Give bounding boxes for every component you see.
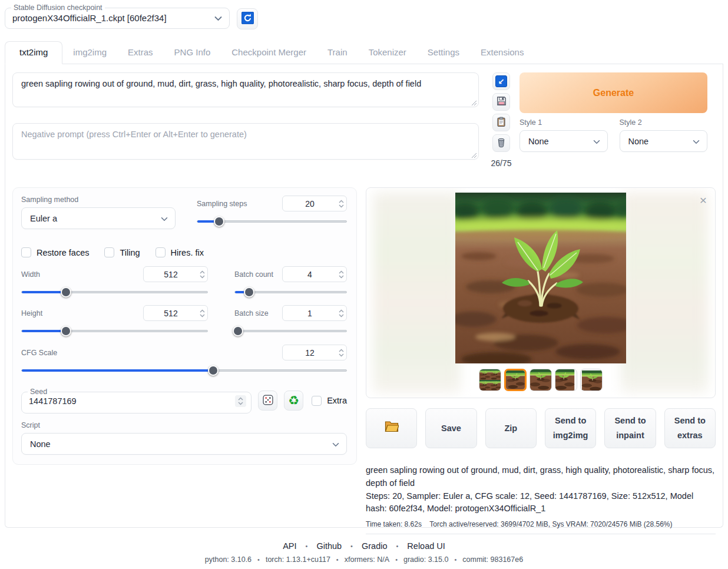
checkpoint-selector[interactable]: Stable Diffusion checkpoint protogenX34O… — [5, 4, 230, 29]
restore-faces-label: Restore faces — [37, 248, 89, 257]
stepper-icon[interactable] — [200, 267, 205, 282]
slider-handle[interactable] — [214, 216, 224, 227]
thumbnail[interactable] — [530, 369, 552, 391]
hires-fix-checkbox[interactable]: Hires. fix — [155, 247, 204, 257]
save-button[interactable]: Save — [425, 408, 476, 448]
height-input[interactable]: 512 — [143, 305, 208, 321]
restore-faces-checkbox[interactable]: Restore faces — [21, 247, 89, 257]
sampling-steps-input[interactable]: 20 — [282, 196, 347, 211]
slider-track — [21, 330, 208, 332]
checkbox-icon — [21, 247, 31, 257]
height-group: Height 512 — [21, 305, 208, 336]
stepper-icon[interactable] — [339, 196, 344, 211]
extra-seed-label: Extra — [327, 396, 347, 405]
prompt-textarea[interactable]: green sapling rowing out of ground, mud,… — [12, 72, 479, 107]
script-group: Script None — [21, 421, 347, 455]
cfg-scale-label: CFG Scale — [21, 349, 57, 357]
height-slider[interactable] — [21, 326, 208, 336]
slider-fill — [22, 369, 213, 372]
batch-count-slider[interactable] — [234, 287, 347, 297]
send-to-extras-button[interactable]: Send to extras — [664, 408, 716, 448]
send-to-img2img-button[interactable]: Send to img2img — [545, 408, 596, 448]
slider-handle[interactable] — [208, 365, 219, 376]
tiling-checkbox[interactable]: Tiling — [104, 247, 140, 257]
slider-handle[interactable] — [244, 287, 254, 297]
clipboard-icon — [496, 117, 507, 129]
batch-count-input[interactable]: 4 — [282, 266, 347, 282]
reload-ui-link[interactable]: Reload UI — [407, 541, 445, 551]
tab-settings[interactable]: Settings — [417, 42, 470, 64]
negative-prompt-textarea[interactable]: Negative prompt (press Ctrl+Enter or Alt… — [12, 123, 479, 160]
gallery-blur-left — [373, 193, 461, 393]
dice-icon — [262, 394, 274, 408]
batch-size-slider[interactable] — [234, 326, 347, 336]
width-input[interactable]: 512 — [143, 266, 208, 282]
slider-fill — [22, 330, 67, 332]
close-icon[interactable]: × — [700, 194, 707, 206]
send-to-inpaint-button[interactable]: Send to inpaint — [604, 408, 656, 448]
info-params-text: Steps: 20, Sampler: Euler a, CFG scale: … — [366, 490, 716, 516]
slider-handle[interactable] — [61, 287, 71, 297]
tab-txt2img[interactable]: txt2img — [5, 41, 62, 64]
checkbox-icon — [155, 247, 166, 257]
cfg-scale-slider[interactable] — [21, 365, 347, 376]
sampling-method-select[interactable]: Euler a — [21, 207, 176, 229]
tab-train[interactable]: Train — [317, 42, 358, 64]
bullet-separator: • — [395, 556, 398, 563]
extra-seed-checkbox[interactable]: Extra — [312, 396, 347, 406]
sampling-method-value: Euler a — [30, 214, 57, 223]
main-tabs: txt2img img2img Extras PNG Info Checkpoi… — [5, 41, 723, 64]
style2-select[interactable]: None — [620, 130, 708, 152]
open-folder-button[interactable] — [366, 408, 417, 448]
stepper-icon[interactable] — [339, 267, 344, 282]
batch-size-input[interactable]: 1 — [282, 305, 347, 321]
tab-img2img[interactable]: img2img — [62, 42, 117, 64]
resize-grip-icon[interactable] — [471, 151, 477, 157]
thumbnail[interactable] — [555, 369, 577, 391]
cfg-scale-input[interactable]: 12 — [282, 345, 347, 360]
chevron-down-icon — [161, 214, 168, 223]
style1-label: Style 1 — [519, 118, 608, 127]
tab-png-info[interactable]: PNG Info — [164, 42, 221, 64]
tab-extensions[interactable]: Extensions — [470, 42, 534, 64]
sampling-method-label: Sampling method — [21, 196, 176, 204]
seed-field[interactable]: Seed 1441787169 — [21, 388, 252, 413]
stepper-icon[interactable] — [339, 306, 344, 320]
thumbnail-selected[interactable] — [504, 369, 527, 391]
generate-button[interactable]: Generate — [519, 72, 707, 113]
save-style-button[interactable] — [492, 93, 510, 111]
tab-checkpoint-merger[interactable]: Checkpoint Merger — [221, 42, 317, 64]
gradio-link[interactable]: Gradio — [362, 541, 388, 551]
zip-button[interactable]: Zip — [485, 408, 537, 448]
slider-handle[interactable] — [61, 326, 71, 336]
slider-handle[interactable] — [233, 326, 243, 336]
width-slider[interactable] — [21, 287, 208, 297]
sampling-steps-slider[interactable] — [197, 216, 347, 227]
refresh-checkpoints-button[interactable] — [237, 8, 258, 29]
slider-track — [21, 369, 347, 372]
seed-value: 1441787169 — [29, 396, 77, 406]
generate-column: Generate Style 1 None Style 2 None — [519, 72, 707, 152]
tab-tokenizer[interactable]: Tokenizer — [358, 42, 417, 64]
tab-extras[interactable]: Extras — [117, 42, 164, 64]
generated-image[interactable] — [455, 193, 626, 363]
stepper-icon[interactable] — [200, 306, 205, 320]
script-select[interactable]: None — [21, 433, 347, 455]
thumbnail[interactable] — [580, 369, 603, 391]
reuse-seed-button[interactable]: ♻ — [284, 391, 303, 411]
api-link[interactable]: API — [283, 541, 296, 551]
style1-select[interactable]: None — [519, 130, 608, 152]
prompt-column: green sapling rowing out of ground, mud,… — [12, 72, 479, 160]
thumbnail-grid[interactable] — [479, 369, 501, 391]
bullet-separator: • — [306, 542, 308, 550]
read-generation-params-button[interactable]: ↙ — [492, 72, 510, 90]
stepper-icon[interactable] — [339, 345, 344, 360]
random-seed-button[interactable] — [258, 391, 277, 411]
apply-style-button[interactable] — [492, 114, 510, 131]
info-performance-text: Time taken: 8.62s Torch active/reserved:… — [366, 520, 716, 528]
github-link[interactable]: Github — [316, 541, 342, 551]
clear-prompt-button[interactable] — [492, 134, 510, 152]
folder-icon — [385, 419, 399, 437]
stepper-icon[interactable] — [235, 395, 246, 407]
resize-grip-icon[interactable] — [471, 98, 477, 104]
